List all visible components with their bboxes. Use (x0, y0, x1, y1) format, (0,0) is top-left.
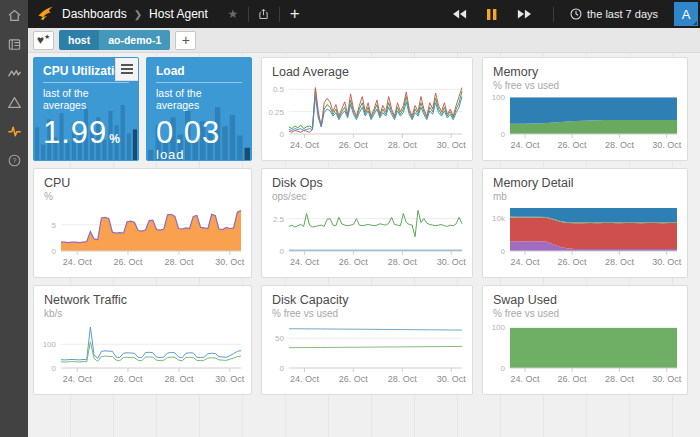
panel-subtitle: kb/s (44, 308, 241, 319)
panel-title: Memory Detail (493, 176, 677, 190)
panel-network-traffic[interactable]: Network Traffickb/s 010024. Oct26. Oct28… (33, 285, 252, 395)
svg-text:0: 0 (280, 130, 285, 139)
rewind-icon[interactable] (449, 9, 471, 19)
chart-canvas: 05024. Oct26. Oct28. Oct30. Oct (262, 319, 470, 386)
svg-text:0.5: 0.5 (273, 85, 285, 94)
svg-text:0: 0 (280, 247, 285, 256)
svg-text:24. Oct: 24. Oct (63, 257, 93, 267)
svg-text:26. Oct: 26. Oct (558, 257, 588, 267)
tile-load[interactable]: Load last of the averages 0.03load (146, 57, 252, 161)
svg-text:28. Oct: 28. Oct (605, 374, 635, 384)
panel-swap-used[interactable]: Swap Used% free vs used 010024. Oct26. O… (482, 285, 688, 395)
alerts-icon[interactable] (6, 94, 22, 110)
svg-text:24. Oct: 24. Oct (63, 374, 93, 384)
tile-menu-button[interactable] (115, 58, 138, 81)
chevron-right-icon: ❯ (134, 9, 142, 20)
avatar-letter: A (682, 7, 691, 22)
tag-host[interactable]: host (59, 30, 99, 50)
svg-text:24. Oct: 24. Oct (290, 374, 320, 384)
breadcrumb: Dashboards ❯ Host Agent (62, 7, 208, 21)
dashboards-icon[interactable] (6, 36, 22, 52)
left-sidebar: ? (0, 0, 28, 437)
favorite-tags-button[interactable]: ♥★ (33, 31, 54, 50)
svg-text:24. Oct: 24. Oct (290, 140, 320, 150)
tag-chips: host ao-demo-1 (59, 30, 170, 50)
help-icon[interactable]: ? (6, 152, 22, 168)
home-icon[interactable] (6, 7, 22, 23)
add-dashboard-button[interactable]: + (284, 4, 306, 24)
svg-text:30. Oct: 30. Oct (652, 257, 682, 267)
svg-text:26. Oct: 26. Oct (558, 374, 588, 384)
share-icon[interactable] (253, 7, 275, 21)
clock-icon (570, 8, 582, 20)
tile-subtitle: last of the averages (43, 87, 129, 111)
svg-text:26. Oct: 26. Oct (113, 257, 143, 267)
playback-controls (449, 9, 535, 20)
svg-text:50: 50 (275, 334, 284, 343)
panel-subtitle: % free vs used (493, 80, 677, 91)
user-avatar[interactable]: A (674, 2, 698, 26)
svg-text:30. Oct: 30. Oct (215, 374, 245, 384)
svg-text:26. Oct: 26. Oct (339, 140, 369, 150)
svg-text:24. Oct: 24. Oct (511, 140, 541, 150)
panel-subtitle: % (44, 191, 241, 202)
svg-text:28. Oct: 28. Oct (605, 140, 635, 150)
svg-text:0: 0 (501, 247, 506, 256)
svg-text:24. Oct: 24. Oct (511, 374, 541, 384)
svg-text:5: 5 (52, 221, 57, 230)
svg-text:2.5: 2.5 (273, 215, 285, 224)
chart-canvas: 00.250.524. Oct26. Oct28. Oct30. Oct (262, 79, 470, 152)
panel-subtitle: % free vs used (272, 308, 462, 319)
svg-text:26. Oct: 26. Oct (558, 140, 588, 150)
divider (248, 7, 249, 22)
svg-text:28. Oct: 28. Oct (388, 374, 418, 384)
svg-text:28. Oct: 28. Oct (388, 257, 418, 267)
metrics-icon[interactable] (6, 65, 22, 81)
tile-cpu-utilization[interactable]: CPU Utilization last of the averages 1.9… (33, 57, 139, 161)
svg-text:0: 0 (52, 364, 57, 373)
avatar-dropdown-corner (693, 21, 697, 25)
panel-disk-ops[interactable]: Disk Opsops/sec 02.524. Oct26. Oct28. Oc… (261, 168, 473, 278)
breadcrumb-dashboards[interactable]: Dashboards (62, 7, 127, 21)
breadcrumb-current: Host Agent (149, 7, 208, 21)
svg-text:100: 100 (43, 340, 57, 349)
svg-text:28. Oct: 28. Oct (164, 374, 194, 384)
panel-memory[interactable]: Memory% free vs used 010024. Oct26. Oct2… (482, 57, 688, 161)
pause-icon[interactable] (481, 9, 503, 20)
panel-cpu[interactable]: CPU% 0524. Oct26. Oct28. Oct30. Oct (33, 168, 252, 278)
panel-memory-detail[interactable]: Memory Detailmb 010k24. Oct26. Oct28. Oc… (482, 168, 688, 278)
app-window: ? Dashboards ❯ Host Agent ★ + (0, 0, 700, 437)
svg-text:28. Oct: 28. Oct (605, 257, 635, 267)
time-range-control[interactable]: the last 7 days (570, 8, 658, 20)
panel-disk-capacity[interactable]: Disk Capacity% free vs used 05024. Oct26… (261, 285, 473, 395)
chart-canvas: 010024. Oct26. Oct28. Oct30. Oct (483, 91, 685, 152)
panel-title: Disk Capacity (272, 293, 462, 307)
tag-ao-demo-1[interactable]: ao-demo-1 (99, 30, 170, 50)
svg-text:0: 0 (52, 247, 57, 256)
svg-text:24. Oct: 24. Oct (511, 257, 541, 267)
tile-unit: load (156, 148, 242, 161)
appoptics-pulse-icon[interactable] (6, 123, 22, 139)
svg-text:30. Oct: 30. Oct (215, 257, 245, 267)
dashboard-area: CPU Utilization last of the averages 1.9… (28, 53, 700, 437)
favorite-star-icon[interactable]: ★ (222, 7, 244, 21)
svg-text:26. Oct: 26. Oct (339, 257, 369, 267)
svg-text:30. Oct: 30. Oct (437, 140, 467, 150)
svg-text:100: 100 (492, 93, 506, 102)
tile-unit: % (109, 132, 121, 146)
svg-text:100: 100 (492, 323, 506, 332)
chart-canvas: 02.524. Oct26. Oct28. Oct30. Oct (262, 202, 470, 269)
fast-forward-icon[interactable] (513, 9, 535, 19)
svg-text:24. Oct: 24. Oct (290, 257, 320, 267)
svg-text:0.25: 0.25 (268, 108, 284, 117)
solarwinds-logo-icon[interactable] (28, 5, 62, 23)
add-tag-button[interactable]: + (175, 31, 196, 50)
svg-text:30. Oct: 30. Oct (652, 374, 682, 384)
svg-text:30. Oct: 30. Oct (437, 257, 467, 267)
panel-subtitle: ops/sec (272, 191, 462, 202)
panel-subtitle: % free vs used (493, 308, 677, 319)
panel-title: Memory (493, 65, 677, 79)
svg-text:10k: 10k (492, 214, 506, 223)
svg-text:0: 0 (501, 130, 506, 139)
panel-load-average[interactable]: Load Average 00.250.524. Oct26. Oct28. O… (261, 57, 473, 161)
